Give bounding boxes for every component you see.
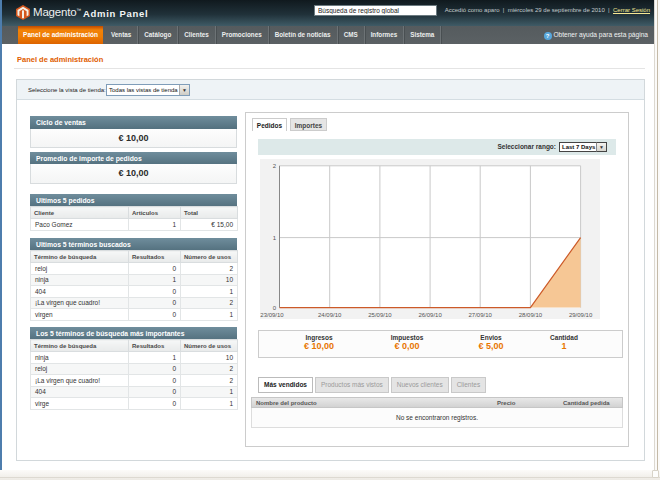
svg-text:24/09/10: 24/09/10 bbox=[318, 312, 342, 318]
svg-text:23/09/10: 23/09/10 bbox=[260, 312, 284, 318]
svg-text:25/09/10: 25/09/10 bbox=[368, 312, 392, 318]
svg-text:28/09/10: 28/09/10 bbox=[519, 312, 543, 318]
svg-text:26/09/10: 26/09/10 bbox=[418, 312, 442, 318]
svg-text:27/09/10: 27/09/10 bbox=[469, 312, 493, 318]
svg-text:29/09/10: 29/09/10 bbox=[569, 312, 593, 318]
